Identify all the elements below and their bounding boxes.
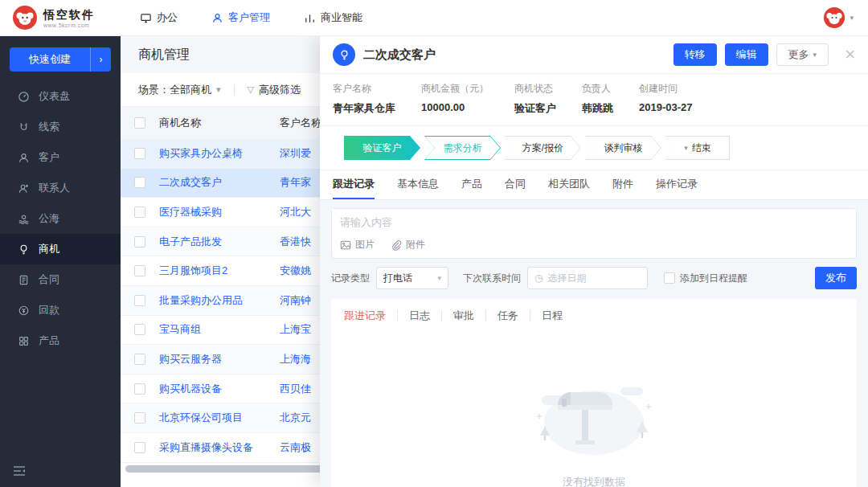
customer-link[interactable]: 河北大 [280, 206, 311, 218]
sidebar-item-payments[interactable]: 回款 [0, 295, 121, 325]
row-checkbox[interactable] [134, 324, 145, 335]
collapse-sidebar-icon[interactable] [13, 465, 26, 479]
next-contact-date-input[interactable]: ◷ 选择日期 [527, 267, 648, 289]
contact-icon [18, 182, 30, 194]
customer-link[interactable]: 西贝佳 [280, 383, 311, 395]
subtab-logs[interactable]: 日志 [398, 310, 442, 321]
tab-attachments[interactable]: 附件 [612, 170, 633, 199]
field-created-time: 创建时间 2019-03-27 [639, 76, 693, 116]
scene-filter-dropdown[interactable]: 场景：全部商机 ▾ [138, 83, 221, 97]
nav-customer-management[interactable]: 客户管理 [211, 0, 270, 36]
add-attachment-button[interactable]: 附件 [391, 238, 425, 252]
customer-link[interactable]: 香港快 [280, 235, 311, 248]
publish-button[interactable]: 发布 [815, 267, 857, 289]
sidebar-item-dashboard[interactable]: 仪表盘 [0, 81, 121, 112]
sidebar-item-customers[interactable]: 客户 [0, 142, 121, 173]
opportunity-link[interactable]: 采购直播摄像头设备 [159, 441, 253, 453]
product-icon [18, 335, 30, 347]
customer-link[interactable]: 上海宝 [280, 323, 311, 335]
transfer-button[interactable]: 转移 [674, 43, 717, 66]
row-checkbox[interactable] [134, 236, 145, 248]
row-checkbox[interactable] [134, 383, 145, 395]
opportunity-link[interactable]: 医疗器械采购 [159, 206, 222, 218]
stage-proposal-quote[interactable]: 方案/报价 [505, 136, 581, 160]
stage-verify-customer[interactable]: 验证客户 [344, 136, 420, 160]
subtab-schedule[interactable]: 日程 [530, 310, 574, 321]
row-checkbox[interactable] [134, 442, 145, 453]
customer-link[interactable]: 上海海 [280, 353, 311, 365]
sidebar-item-contacts[interactable]: 联系人 [0, 173, 121, 203]
brand-name: 悟空软件 [43, 8, 95, 23]
sidebar-item-leads[interactable]: 线索 [0, 112, 121, 142]
empty-mailbox-illustration [518, 365, 670, 461]
customer-link[interactable]: 青年家 [280, 176, 311, 188]
opportunity-link[interactable]: 二次成交客户 [159, 176, 222, 188]
opportunity-link[interactable]: 购买机器设备 [159, 383, 222, 395]
customer-link[interactable]: 安徽姚 [280, 264, 311, 276]
opportunity-badge-icon [333, 43, 355, 66]
opportunity-link[interactable]: 电子产品批发 [159, 235, 222, 248]
nav-office[interactable]: 办公 [140, 0, 178, 36]
customer-link[interactable]: 北京元 [280, 411, 311, 424]
opportunity-link[interactable]: 购买家具办公桌椅 [159, 147, 243, 159]
subtab-follow-records[interactable]: 跟进记录 [344, 310, 398, 321]
row-checkbox[interactable] [134, 265, 145, 276]
nav-business-intelligence[interactable]: 商业智能 [304, 0, 362, 36]
tab-operation-log[interactable]: 操作记录 [656, 170, 698, 199]
schedule-reminder-checkbox[interactable] [664, 272, 675, 284]
stage-negotiation-review[interactable]: 谈判审核 [585, 136, 661, 160]
opportunity-link[interactable]: 批量采购办公用品 [159, 294, 243, 306]
customer-link[interactable]: 深圳爱 [280, 147, 311, 159]
drawer-body: 图片 附件 记录类型 打电话 ▾ 下次联系时间 ◷ 选择日期 添加到日程提醒 [320, 200, 868, 487]
tab-basic-info[interactable]: 基本信息 [397, 170, 439, 199]
user-menu[interactable]: ▾ [823, 6, 854, 29]
stage-end[interactable]: ▾ 结束 [665, 136, 730, 160]
field-customer-name: 客户名称 青年家具仓库 [333, 76, 395, 116]
tab-follow-records[interactable]: 跟进记录 [333, 170, 375, 199]
drawer-title: 二次成交客户 [363, 47, 436, 63]
quick-create-button[interactable]: 快速创建 › [10, 47, 111, 72]
row-checkbox[interactable] [134, 148, 145, 159]
subtab-approvals[interactable]: 审批 [442, 310, 486, 321]
follow-up-input[interactable] [332, 209, 856, 233]
stage-requirement-analysis[interactable]: 需求分析 [424, 136, 501, 160]
chevron-down-icon: ▾ [850, 14, 854, 22]
chevron-down-icon: ▾ [813, 51, 817, 59]
sidebar-item-opportunities[interactable]: 商机 [0, 234, 121, 264]
empty-state-text: 没有找到数据 [518, 475, 670, 487]
monkey-logo-icon [13, 6, 37, 30]
tab-related-team[interactable]: 相关团队 [548, 170, 590, 199]
sidebar-item-products[interactable]: 产品 [0, 325, 121, 356]
opportunity-link[interactable]: 北京环保公司项目 [159, 411, 243, 424]
opportunity-icon [18, 244, 30, 256]
payment-icon [18, 305, 30, 317]
opportunity-link[interactable]: 购买云服务器 [159, 353, 222, 365]
row-checkbox[interactable] [134, 354, 145, 365]
opportunity-detail-drawer: 二次成交客户 转移 编辑 更多 ▾ × 客户名称 青年家具仓库 商机金额（元） … [320, 36, 868, 487]
advanced-filter-button[interactable]: ▽ 高级筛选 [248, 83, 301, 97]
stage-progress-bar: 验证客户 需求分析 方案/报价 谈判审核 ▾ 结束 [320, 125, 868, 170]
tab-contracts[interactable]: 合同 [505, 170, 526, 199]
opportunity-link[interactable]: 宝马商组 [159, 323, 201, 335]
record-type-select[interactable]: 打电话 ▾ [376, 267, 448, 289]
row-checkbox[interactable] [134, 295, 145, 306]
row-checkbox[interactable] [134, 412, 145, 424]
nav-customer-label: 客户管理 [228, 10, 270, 25]
opportunity-link[interactable]: 三月服饰项目2 [159, 264, 227, 276]
sidebar-item-pool[interactable]: 公海 [0, 203, 121, 234]
subtab-tasks[interactable]: 任务 [486, 310, 530, 321]
add-image-button[interactable]: 图片 [340, 238, 375, 252]
close-icon[interactable]: × [845, 46, 855, 63]
record-type-label: 记录类型 [331, 272, 370, 285]
more-button[interactable]: 更多 ▾ [776, 43, 829, 66]
row-checkbox[interactable] [134, 177, 145, 188]
customer-link[interactable]: 河南钟 [280, 294, 311, 306]
chevron-down-icon: ▾ [684, 144, 688, 152]
brand[interactable]: 悟空软件 www.5kcrm.com [0, 6, 121, 30]
customer-link[interactable]: 云南极 [280, 441, 311, 453]
tab-products[interactable]: 产品 [461, 170, 482, 199]
edit-button[interactable]: 编辑 [725, 43, 768, 66]
sidebar-item-contracts[interactable]: 合同 [0, 264, 121, 295]
row-checkbox[interactable] [134, 207, 145, 218]
select-all-checkbox[interactable] [134, 117, 145, 129]
